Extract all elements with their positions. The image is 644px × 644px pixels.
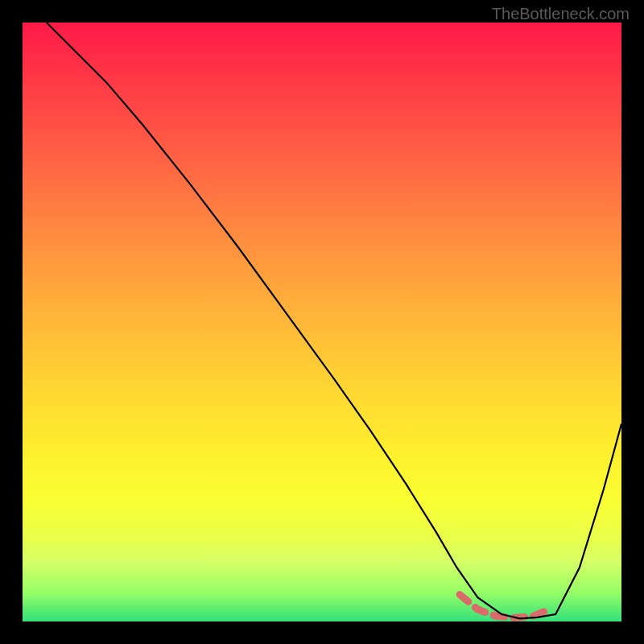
watermark-text: TheBottleneck.com (492, 5, 630, 23)
chart-frame: TheBottleneck.com (0, 0, 644, 644)
chart-svg (23, 23, 621, 621)
bottleneck-curve (47, 23, 621, 618)
